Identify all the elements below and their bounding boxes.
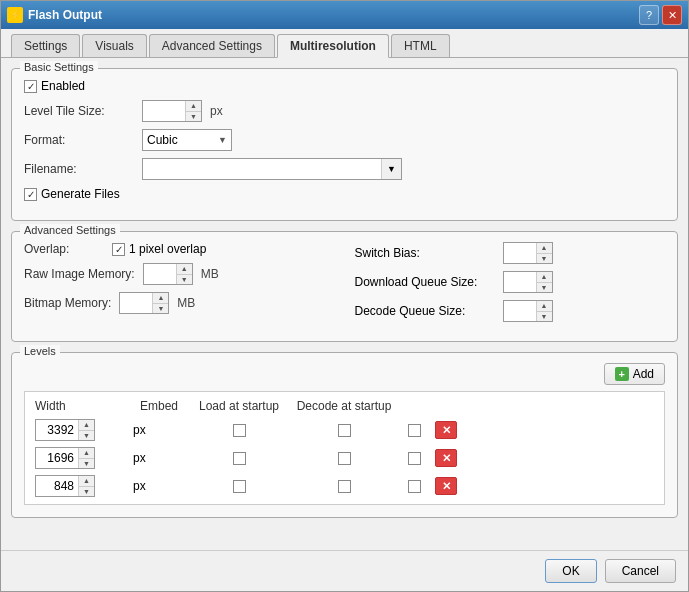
decode-queue-down[interactable]: ▼ xyxy=(537,312,552,322)
close-button[interactable]: ✕ xyxy=(662,5,682,25)
format-row: Format: Cubic ▼ xyxy=(24,129,665,151)
row-decode-checkbox[interactable] xyxy=(408,452,421,465)
row-delete-button[interactable]: ✕ xyxy=(435,421,457,439)
switch-bias-input[interactable]: 0.40 xyxy=(504,243,536,263)
row-width-down[interactable]: ▼ xyxy=(79,431,94,441)
bitmap-input[interactable]: 200 xyxy=(120,293,152,313)
level-tile-size-btns: ▲ ▼ xyxy=(185,101,201,121)
help-button[interactable]: ? xyxy=(639,5,659,25)
bitmap-spinbox[interactable]: 200 ▲ ▼ xyxy=(119,292,169,314)
row-width-input[interactable] xyxy=(36,448,78,468)
tabs-bar: Settings Visuals Advanced Settings Multi… xyxy=(1,29,688,58)
download-queue-spinbox[interactable]: 20 ▲ ▼ xyxy=(503,271,553,293)
bitmap-label: Bitmap Memory: xyxy=(24,296,111,310)
title-bar: ⚡ Flash Output ? ✕ xyxy=(1,1,688,29)
col-width-header: Width xyxy=(29,396,129,416)
format-select[interactable]: Cubic ▼ xyxy=(142,129,232,151)
switch-bias-row: Switch Bias: 0.40 ▲ ▼ xyxy=(355,242,666,264)
add-level-button[interactable]: + Add xyxy=(604,363,665,385)
row-delete-button[interactable]: ✕ xyxy=(435,477,457,495)
decode-queue-up[interactable]: ▲ xyxy=(537,301,552,312)
bitmap-down[interactable]: ▼ xyxy=(153,304,168,314)
tab-visuals[interactable]: Visuals xyxy=(82,34,146,57)
level-tile-size-input[interactable]: 424 xyxy=(143,101,185,121)
download-queue-row: Download Queue Size: 20 ▲ ▼ xyxy=(355,271,666,293)
row-width-input[interactable] xyxy=(36,476,78,496)
level-tile-size-up[interactable]: ▲ xyxy=(186,101,201,112)
tab-html[interactable]: HTML xyxy=(391,34,450,57)
row-width-input[interactable] xyxy=(36,420,78,440)
switch-bias-down[interactable]: ▼ xyxy=(537,254,552,264)
col-decode-header: Decode at startup xyxy=(289,396,399,416)
row-width-cell: ▲ ▼ xyxy=(29,444,129,472)
download-queue-input[interactable]: 20 xyxy=(504,272,536,292)
raw-image-row: Raw Image Memory: 300 ▲ ▼ MB xyxy=(24,263,335,285)
row-decode-cell xyxy=(399,472,429,500)
row-delete-cell: ✕ xyxy=(429,416,660,444)
bitmap-unit: MB xyxy=(177,296,195,310)
switch-bias-spinbox[interactable]: 0.40 ▲ ▼ xyxy=(503,242,553,264)
enabled-checkbox[interactable]: Enabled xyxy=(24,79,85,93)
row-load-checkbox[interactable] xyxy=(338,480,351,493)
raw-image-spinbox[interactable]: 300 ▲ ▼ xyxy=(143,263,193,285)
bitmap-up[interactable]: ▲ xyxy=(153,293,168,304)
row-decode-checkbox[interactable] xyxy=(408,480,421,493)
overlap-checkbox[interactable]: 1 pixel overlap xyxy=(112,242,206,256)
raw-image-input[interactable]: 300 xyxy=(144,264,176,284)
decode-queue-label: Decode Queue Size: xyxy=(355,304,495,318)
advanced-settings-section: Advanced Settings Overlap: 1 pixel overl… xyxy=(11,231,678,342)
row-embed-checkbox[interactable] xyxy=(233,480,246,493)
decode-queue-input[interactable]: 5 xyxy=(504,301,536,321)
cancel-button[interactable]: Cancel xyxy=(605,559,676,583)
row-width-spinbox[interactable]: ▲ ▼ xyxy=(35,447,95,469)
tab-multiresolution[interactable]: Multiresolution xyxy=(277,34,389,58)
row-decode-cell xyxy=(399,416,429,444)
row-width-down[interactable]: ▼ xyxy=(79,487,94,497)
enabled-cb-box[interactable] xyxy=(24,80,37,93)
level-tile-size-label: Level Tile Size: xyxy=(24,104,134,118)
row-embed-checkbox[interactable] xyxy=(233,424,246,437)
row-width-up[interactable]: ▲ xyxy=(79,476,94,487)
filename-dropdown-btn[interactable]: ▼ xyxy=(381,159,401,179)
row-decode-checkbox[interactable] xyxy=(408,424,421,437)
tab-advanced-settings[interactable]: Advanced Settings xyxy=(149,34,275,57)
add-btn-label: Add xyxy=(633,367,654,381)
raw-image-unit: MB xyxy=(201,267,219,281)
overlap-cb-label: 1 pixel overlap xyxy=(129,242,206,256)
row-load-checkbox[interactable] xyxy=(338,452,351,465)
row-delete-button[interactable]: ✕ xyxy=(435,449,457,467)
row-width-cell: ▲ ▼ xyxy=(29,416,129,444)
tab-settings[interactable]: Settings xyxy=(11,34,80,57)
row-width-up[interactable]: ▲ xyxy=(79,420,94,431)
switch-bias-btns: ▲ ▼ xyxy=(536,243,552,263)
filename-combo[interactable]: southwark03/c%c_l%r_%y_%x.jpg ▼ xyxy=(142,158,402,180)
filename-input[interactable]: southwark03/c%c_l%r_%y_%x.jpg xyxy=(143,162,381,176)
generate-files-checkbox[interactable]: Generate Files xyxy=(24,187,120,201)
row-width-cell: ▲ ▼ xyxy=(29,472,129,500)
generate-files-row: Generate Files xyxy=(24,187,665,201)
row-embed-checkbox[interactable] xyxy=(233,452,246,465)
title-bar-controls: ? ✕ xyxy=(639,5,682,25)
generate-files-cb-box[interactable] xyxy=(24,188,37,201)
row-load-cell xyxy=(289,472,399,500)
levels-section: Levels + Add Width Embed Load at startup xyxy=(11,352,678,518)
overlap-cb-box[interactable] xyxy=(112,243,125,256)
row-width-spinbox[interactable]: ▲ ▼ xyxy=(35,419,95,441)
basic-settings-label: Basic Settings xyxy=(20,61,98,73)
col-embed-header: Embed xyxy=(129,396,189,416)
row-width-down[interactable]: ▼ xyxy=(79,459,94,469)
level-tile-size-spinbox[interactable]: 424 ▲ ▼ xyxy=(142,100,202,122)
download-queue-up[interactable]: ▲ xyxy=(537,272,552,283)
bitmap-btns: ▲ ▼ xyxy=(152,293,168,313)
raw-image-up[interactable]: ▲ xyxy=(177,264,192,275)
switch-bias-up[interactable]: ▲ xyxy=(537,243,552,254)
raw-image-down[interactable]: ▼ xyxy=(177,275,192,285)
row-load-checkbox[interactable] xyxy=(338,424,351,437)
decode-queue-spinbox[interactable]: 5 ▲ ▼ xyxy=(503,300,553,322)
ok-button[interactable]: OK xyxy=(545,559,596,583)
row-width-spinbox[interactable]: ▲ ▼ xyxy=(35,475,95,497)
raw-image-label: Raw Image Memory: xyxy=(24,267,135,281)
row-width-up[interactable]: ▲ xyxy=(79,448,94,459)
level-tile-size-down[interactable]: ▼ xyxy=(186,112,201,122)
download-queue-down[interactable]: ▼ xyxy=(537,283,552,293)
